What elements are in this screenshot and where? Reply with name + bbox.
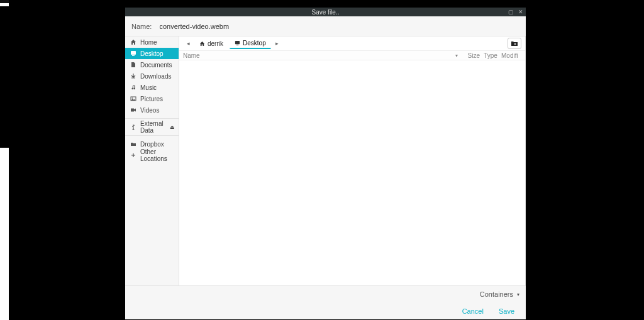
file-chooser-content: ◂ derrik Desktop ▸	[179, 36, 526, 285]
pictures-icon	[130, 96, 136, 102]
places-sidebar: Home Desktop Documents Downloads	[125, 36, 179, 285]
action-buttons: Cancel Save	[125, 302, 526, 319]
breadcrumb-label: derrik	[208, 40, 223, 47]
sidebar-item-videos[interactable]: Videos	[125, 104, 179, 116]
home-icon	[199, 41, 205, 47]
maximize-icon[interactable]: ▢	[507, 9, 514, 15]
filetype-filter-label: Containers	[480, 290, 513, 298]
eject-icon[interactable]: ⏏	[170, 124, 175, 130]
column-header-modified[interactable]: Modifi	[501, 52, 521, 59]
background-left-strip	[0, 0, 9, 320]
filename-label: Name:	[131, 23, 152, 30]
column-header-size[interactable]: Size	[461, 52, 480, 59]
usb-icon	[130, 124, 136, 130]
sidebar-item-music[interactable]: Music	[125, 82, 179, 93]
plus-icon	[130, 152, 136, 158]
column-header-name[interactable]: Name	[183, 52, 452, 59]
sidebar-item-other-locations[interactable]: Other Locations	[125, 150, 179, 161]
videos-icon	[130, 107, 136, 113]
breadcrumb-label: Desktop	[243, 40, 266, 47]
documents-icon	[130, 62, 136, 68]
music-icon	[130, 84, 136, 91]
save-button[interactable]: Save	[499, 307, 514, 315]
dialog-body: Home Desktop Documents Downloads	[125, 36, 526, 285]
cancel-button[interactable]: Cancel	[462, 307, 484, 315]
sidebar-item-external-data[interactable]: External Data ⏏	[125, 121, 179, 133]
sidebar-item-label: Pictures	[140, 96, 163, 102]
svg-point-3	[132, 97, 133, 99]
close-icon[interactable]: ✕	[517, 9, 525, 15]
filename-row: Name:	[125, 16, 526, 36]
sidebar-item-pictures[interactable]: Pictures	[125, 93, 179, 104]
sidebar-separator	[125, 135, 179, 136]
background-strip-gap	[0, 6, 9, 148]
file-list-empty[interactable]	[179, 60, 525, 285]
column-header-type[interactable]: Type	[480, 52, 501, 59]
sidebar-item-label: Home	[140, 39, 157, 46]
home-icon	[130, 39, 136, 45]
svg-rect-5	[235, 40, 240, 43]
sidebar-item-label: Dropbox	[140, 141, 164, 148]
desktop-icon	[235, 40, 240, 46]
chevron-down-icon: ▾	[517, 292, 519, 297]
sidebar-item-label: Music	[140, 84, 157, 91]
save-file-dialog: Save file.. ▢ ✕ Name: Home Desktop	[125, 8, 526, 319]
sort-indicator-icon[interactable]: ▾	[452, 53, 461, 58]
breadcrumb-forward-icon[interactable]: ▸	[272, 40, 282, 47]
sidebar-item-label: Documents	[140, 62, 172, 69]
sidebar-item-label: Other Locations	[140, 148, 174, 162]
svg-rect-0	[131, 51, 136, 55]
sidebar-item-label: Desktop	[140, 50, 164, 57]
sidebar-item-label: Downloads	[140, 73, 171, 80]
breadcrumb-back-icon[interactable]: ◂	[183, 40, 193, 47]
breadcrumb-bar: ◂ derrik Desktop ▸	[179, 36, 525, 50]
sidebar-item-label: Videos	[140, 107, 159, 114]
window-title: Save file..	[312, 9, 340, 16]
desktop-icon	[130, 50, 136, 57]
svg-rect-4	[131, 109, 134, 112]
folder-icon	[130, 141, 136, 147]
sidebar-separator	[125, 118, 179, 119]
svg-rect-1	[132, 55, 135, 56]
sidebar-item-documents[interactable]: Documents	[125, 59, 179, 70]
file-list-header: Name ▾ Size Type Modifi	[179, 50, 525, 60]
titlebar[interactable]: Save file.. ▢ ✕	[125, 8, 526, 16]
sidebar-item-label: External Data	[140, 120, 174, 134]
breadcrumb-home[interactable]: derrik	[194, 38, 228, 49]
downloads-icon	[130, 73, 136, 79]
svg-rect-6	[236, 45, 239, 45]
breadcrumb-desktop[interactable]: Desktop	[230, 38, 271, 49]
filetype-filter[interactable]: Containers ▾	[125, 286, 526, 302]
new-folder-icon	[511, 40, 518, 47]
sidebar-item-desktop[interactable]: Desktop	[125, 48, 179, 59]
filename-input[interactable]	[159, 23, 486, 30]
dialog-footer: Containers ▾ Cancel Save	[125, 285, 526, 319]
window-controls: ▢ ✕	[507, 8, 525, 16]
sidebar-item-home[interactable]: Home	[125, 36, 179, 48]
new-folder-button[interactable]	[508, 38, 521, 49]
sidebar-item-downloads[interactable]: Downloads	[125, 70, 179, 82]
